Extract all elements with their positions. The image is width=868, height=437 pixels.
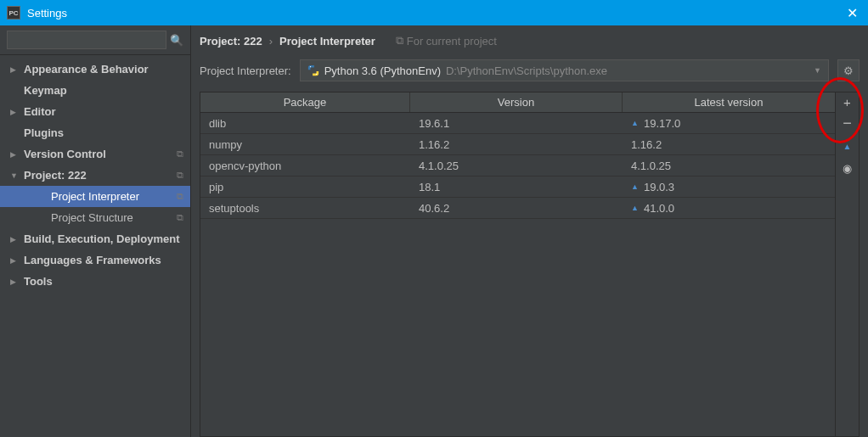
tree-label: Editor: [24, 105, 190, 118]
cell-package: pip: [200, 181, 410, 193]
cell-latest: ▲41.0.0: [623, 202, 835, 215]
table-header: Package Version Latest version: [200, 92, 835, 113]
tree-item-plugins[interactable]: Plugins: [0, 122, 190, 143]
copy-icon: ⧉: [396, 34, 403, 48]
interpreter-dropdown[interactable]: Python 3.6 (PythonEnv) D:\PythonEnv\Scri…: [300, 59, 829, 81]
tree-label: Plugins: [24, 126, 190, 139]
breadcrumb-current: Project Interpreter: [279, 35, 375, 48]
svg-point-1: [315, 74, 316, 75]
copy-icon: ⧉: [177, 212, 183, 223]
cell-latest: 4.1.0.25: [623, 160, 835, 172]
table-row[interactable]: opencv-python4.1.0.254.1.0.25: [200, 155, 835, 176]
search-input[interactable]: [7, 31, 166, 49]
upgrade-available-icon: ▲: [631, 119, 639, 127]
table-row[interactable]: setuptools40.6.2▲41.0.0: [200, 198, 835, 219]
tree-label: Languages & Frameworks: [24, 254, 190, 266]
table-row[interactable]: pip18.1▲19.0.3: [200, 176, 835, 198]
cell-latest: ▲19.0.3: [623, 181, 835, 193]
package-toolbar: + − ▲ ◉: [835, 92, 859, 436]
tree-item-appearance-behavior[interactable]: ▶Appearance & Behavior: [0, 59, 190, 80]
cell-version: 19.6.1: [410, 117, 623, 130]
cell-package: dlib: [200, 117, 410, 130]
tree-item-build-execution-deployment[interactable]: ▶Build, Execution, Deployment: [0, 228, 190, 249]
tree-item-editor[interactable]: ▶Editor: [0, 101, 190, 122]
packages-table: Package Version Latest version dlib19.6.…: [200, 92, 835, 436]
tree-item-project-structure[interactable]: Project Structure⧉: [0, 207, 190, 228]
main-panel: Project: 222 › Project Interpreter ⧉ For…: [191, 25, 868, 437]
arrow-icon: ▶: [10, 256, 19, 265]
cell-latest: 1.16.2: [623, 138, 835, 151]
cell-package: setuptools: [200, 202, 410, 215]
show-early-releases-button[interactable]: ◉: [843, 163, 852, 174]
svg-point-0: [309, 66, 310, 67]
chevron-down-icon: ▼: [814, 66, 821, 75]
tree-item-keymap[interactable]: Keymap: [0, 80, 190, 101]
tree-label: Keymap: [24, 84, 190, 97]
cell-version: 1.16.2: [410, 138, 623, 151]
interpreter-path: D:\PythonEnv\Scripts\python.exe: [446, 64, 607, 77]
tree-label: Project Interpreter: [51, 190, 190, 203]
python-icon: [307, 64, 319, 76]
tree-item-project-222[interactable]: ▼Project: 222⧉: [0, 165, 190, 186]
arrow-icon: ▼: [10, 171, 19, 180]
tree-label: Project Structure: [51, 211, 190, 224]
tree-label: Appearance & Behavior: [24, 63, 190, 76]
cell-version: 40.6.2: [410, 202, 623, 215]
titlebar: PC Settings ✕: [0, 0, 868, 25]
copy-icon: ⧉: [177, 148, 183, 160]
cell-package: opencv-python: [200, 160, 410, 172]
upgrade-available-icon: ▲: [631, 182, 639, 191]
arrow-icon: ▶: [10, 277, 19, 286]
cell-version: 18.1: [410, 181, 623, 193]
cell-latest: ▲19.17.0: [623, 117, 835, 130]
cell-package: numpy: [200, 138, 410, 151]
settings-tree: ▶Appearance & BehaviorKeymap▶EditorPlugi…: [0, 55, 190, 437]
scope-hint: ⧉ For current project: [396, 34, 497, 48]
arrow-icon: ▶: [10, 150, 19, 159]
interpreter-label: Project Interpreter:: [200, 64, 291, 77]
column-package[interactable]: Package: [200, 92, 410, 112]
arrow-icon: ▶: [10, 108, 19, 116]
tree-label: Tools: [24, 275, 190, 288]
tree-label: Version Control: [24, 148, 190, 160]
search-icon[interactable]: 🔍: [170, 34, 183, 47]
arrow-icon: ▶: [10, 65, 19, 74]
app-icon: PC: [7, 6, 20, 20]
interpreter-settings-button[interactable]: ⚙: [837, 59, 860, 81]
tree-label: Build, Execution, Deployment: [24, 233, 190, 245]
tree-item-languages-frameworks[interactable]: ▶Languages & Frameworks: [0, 249, 190, 271]
table-row[interactable]: numpy1.16.21.16.2: [200, 134, 835, 155]
arrow-icon: ▶: [10, 235, 19, 244]
gear-icon: ⚙: [843, 64, 854, 77]
add-package-button[interactable]: +: [843, 96, 851, 109]
breadcrumb: Project: 222 › Project Interpreter ⧉ For…: [191, 25, 868, 54]
cell-version: 4.1.0.25: [410, 160, 623, 172]
breadcrumb-project[interactable]: Project: 222: [200, 35, 262, 48]
tree-item-project-interpreter[interactable]: Project Interpreter⧉: [0, 186, 190, 207]
table-row[interactable]: dlib19.6.1▲19.17.0: [200, 113, 835, 134]
copy-icon: ⧉: [177, 191, 183, 202]
column-latest[interactable]: Latest version: [623, 92, 835, 112]
settings-sidebar: 🔍 ▶Appearance & BehaviorKeymap▶EditorPlu…: [0, 25, 191, 437]
upgrade-available-icon: ▲: [631, 204, 639, 212]
close-icon[interactable]: ✕: [843, 5, 861, 21]
upgrade-package-button[interactable]: ▲: [843, 143, 852, 151]
remove-package-button[interactable]: −: [843, 115, 852, 131]
tree-label: Project: 222: [24, 169, 190, 182]
tree-item-tools[interactable]: ▶Tools: [0, 271, 190, 292]
window-title: Settings: [27, 7, 843, 20]
tree-item-version-control[interactable]: ▶Version Control⧉: [0, 143, 190, 165]
interpreter-name: Python 3.6 (PythonEnv): [324, 64, 441, 77]
copy-icon: ⧉: [177, 170, 183, 181]
column-version[interactable]: Version: [410, 92, 623, 112]
chevron-right-icon: ›: [269, 35, 273, 48]
